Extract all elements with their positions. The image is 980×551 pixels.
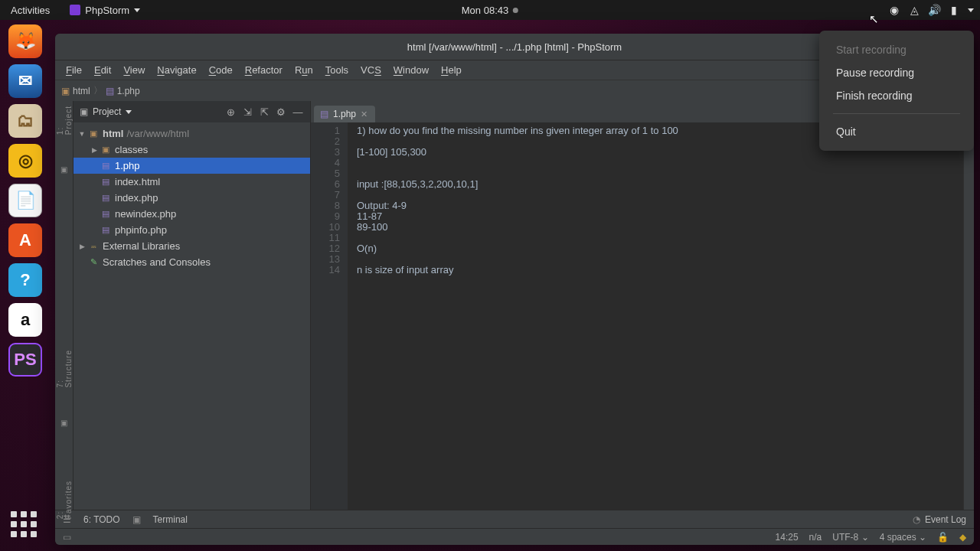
event-log-button[interactable]: Event Log — [925, 514, 966, 525]
window-title: html [/var/www/html] - .../1.php [html] … — [407, 41, 622, 53]
menu-view[interactable]: View — [119, 63, 149, 77]
collapse-icon[interactable]: ⇱ — [258, 106, 270, 118]
menu-help[interactable]: Help — [436, 63, 466, 77]
ubuntu-dock: 🦊 ✉ 🗂 ◎ 📄 A ? a PS — [5, 24, 46, 377]
project-panel-title[interactable]: Project — [93, 106, 121, 117]
menu-tools[interactable]: Tools — [321, 63, 353, 77]
menu-refactor[interactable]: Refactor — [240, 63, 287, 77]
tree-item-label: index.php — [115, 192, 158, 204]
breadcrumb-sep-icon: 〉 — [93, 84, 103, 97]
mouse-cursor-icon: ↖ — [869, 12, 879, 26]
caret-position[interactable]: 14:25 — [776, 532, 799, 543]
readonly-icon[interactable]: 🔓 — [937, 532, 949, 543]
php-file-icon: ▤ — [106, 86, 114, 96]
chevron-down-icon — [134, 8, 140, 12]
tree-file-indexphp[interactable]: ▤ index.php — [74, 190, 310, 206]
project-tree[interactable]: ▼▣ html /var/www/html ▶▣ classes ▤ 1.php… — [74, 122, 310, 273]
app-menu[interactable]: PhpStorm — [65, 3, 145, 18]
menu-edit[interactable]: Edit — [90, 63, 116, 77]
menu-window[interactable]: Window — [389, 63, 433, 77]
toggle-tool-windows-icon[interactable]: ▭ — [63, 532, 71, 543]
tree-scratches[interactable]: ✎ Scratches and Consoles — [74, 254, 310, 270]
recording-dot-icon — [513, 8, 518, 13]
todo-tool-button[interactable]: 6: TODO — [83, 514, 120, 525]
menu-start-recording: Start recording — [819, 38, 974, 61]
settings-icon[interactable]: ⚙ — [275, 106, 287, 118]
libreoffice-writer-icon[interactable]: 📄 — [8, 184, 42, 217]
hide-icon[interactable]: — — [292, 106, 304, 118]
app-menu-label: PhpStorm — [85, 5, 129, 16]
terminal-tool-button[interactable]: Terminal — [153, 514, 188, 525]
editor-area: ▤ 1.php ✕ 1234567891011121314 1) how do … — [311, 101, 974, 510]
tree-item-label: External Libraries — [103, 240, 180, 252]
expand-icon[interactable]: ⇲ — [241, 106, 253, 118]
tree-external-libraries[interactable]: ▶⎓ External Libraries — [74, 238, 310, 254]
line-separator[interactable]: n/a — [809, 532, 822, 543]
file-encoding[interactable]: UTF-8 ⌄ — [832, 532, 868, 543]
editor-scrollbar[interactable] — [963, 122, 974, 510]
amazon-icon[interactable]: a — [8, 303, 42, 337]
menu-file[interactable]: File — [61, 63, 87, 77]
tree-root-path: /var/www/html — [126, 128, 189, 139]
menu-vcs[interactable]: VCS — [356, 63, 386, 77]
menu-navigate[interactable]: Navigate — [152, 63, 201, 77]
tree-root[interactable]: ▼▣ html /var/www/html — [74, 126, 310, 142]
php-file-icon: ▤ — [320, 109, 328, 119]
strip-icon[interactable]: ▣ — [60, 165, 67, 174]
project-panel-header: ▣ Project ⊕ ⇲ ⇱ ⚙ — — [74, 101, 310, 122]
battery-icon[interactable]: ▮ — [948, 4, 960, 16]
clock-label[interactable]: Mon 08:43 — [462, 5, 508, 16]
wifi-icon[interactable]: ◬ — [908, 4, 920, 16]
project-view-icon[interactable]: ▣ — [80, 106, 88, 117]
help-icon[interactable]: ? — [8, 263, 42, 297]
thunderbird-icon[interactable]: ✉ — [8, 64, 42, 98]
rhythmbox-icon[interactable]: ◎ — [8, 144, 42, 178]
screen-recorder-tray-icon[interactable]: ◉ — [888, 4, 900, 16]
ubuntu-software-icon[interactable]: A — [8, 223, 42, 257]
tree-item-label: index.html — [115, 176, 160, 187]
tree-root-name: html — [103, 128, 123, 139]
close-tab-icon[interactable]: ✕ — [361, 109, 368, 119]
editor-content[interactable]: 1) how do you find the missing number in… — [348, 122, 963, 510]
tree-file-indexhtml[interactable]: ▤ index.html — [74, 174, 310, 190]
system-menu-chevron-icon[interactable] — [968, 8, 974, 12]
project-tool-button[interactable]: 1: Project — [56, 106, 73, 135]
tree-file-newindexphp[interactable]: ▤ newindex.php — [74, 206, 310, 222]
left-tool-strip: 1: Project ▣ 7: Structure ▣ 2: Favorites… — [55, 101, 74, 510]
gnome-top-bar: Activities PhpStorm Mon 08:43 ◉ ◬ 🔊 ▮ — [0, 0, 980, 20]
editor-tab-label: 1.php — [333, 109, 356, 119]
chevron-down-icon[interactable] — [126, 110, 132, 114]
code-editor[interactable]: 1234567891011121314 1) how do you find t… — [311, 122, 974, 510]
breadcrumb-file[interactable]: 1.php — [117, 86, 140, 96]
editor-tab-1php[interactable]: ▤ 1.php ✕ — [314, 106, 375, 122]
locate-icon[interactable]: ⊕ — [224, 106, 237, 118]
breadcrumb-root[interactable]: html — [73, 86, 90, 96]
menu-code[interactable]: Code — [204, 63, 237, 77]
firefox-icon[interactable]: 🦊 — [8, 24, 42, 58]
files-icon[interactable]: 🗂 — [8, 104, 42, 138]
structure-tool-button[interactable]: 7: Structure — [56, 350, 73, 388]
project-panel: ▣ Project ⊕ ⇲ ⇱ ⚙ — ▼▣ html /var/www/htm… — [74, 101, 311, 510]
tree-folder-classes[interactable]: ▶▣ classes — [74, 142, 310, 158]
menu-quit[interactable]: Quit — [819, 120, 974, 143]
menu-finish-recording[interactable]: Finish recording — [819, 84, 974, 107]
show-applications-icon[interactable] — [11, 511, 40, 540]
tree-item-label: classes — [115, 144, 148, 155]
volume-icon[interactable]: 🔊 — [928, 4, 940, 16]
activities-button[interactable]: Activities — [6, 3, 54, 18]
strip-icon-2[interactable]: ▣ — [60, 419, 67, 427]
event-log-icon: ◔ — [913, 514, 920, 525]
menu-run[interactable]: Run — [290, 63, 318, 77]
tree-file-phpinfophp[interactable]: ▤ phpinfo.php — [74, 222, 310, 238]
indent-setting[interactable]: 4 spaces ⌄ — [880, 532, 926, 543]
recorder-popup-menu: Start recording Pause recording Finish r… — [819, 31, 974, 151]
breadcrumb[interactable]: ▣ html 〉 ▤ 1.php — [61, 84, 140, 97]
favorites-tool-button[interactable]: 2: Favorites — [56, 481, 73, 519]
tree-file-1php[interactable]: ▤ 1.php — [74, 158, 310, 174]
menu-pause-recording[interactable]: Pause recording — [819, 61, 974, 84]
inspections-icon[interactable]: ◆ — [959, 532, 966, 543]
folder-icon: ▣ — [61, 86, 70, 96]
phpstorm-icon — [70, 5, 80, 15]
bottom-toolbar: ☰ 6: TODO ▣ Terminal ◔ Event Log — [55, 510, 974, 528]
phpstorm-dock-icon[interactable]: PS — [8, 343, 42, 377]
